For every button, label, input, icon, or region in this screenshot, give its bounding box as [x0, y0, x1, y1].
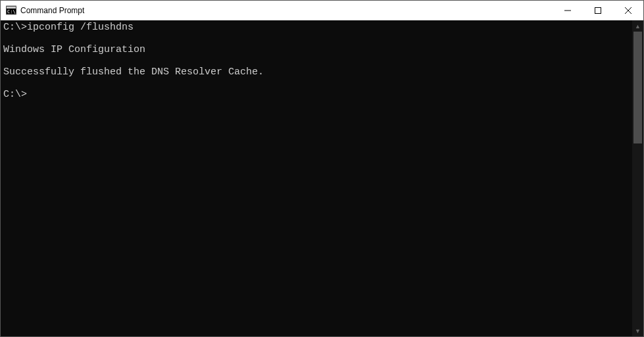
scroll-up-arrow[interactable]: ▲	[632, 20, 643, 32]
terminal-line: Windows IP Configuration	[3, 44, 631, 55]
terminal-line: C:\>ipconfig /flushdns	[3, 22, 631, 33]
command-prompt-window: C:\ Command Prompt C:\>ipconfig /flushdn…	[0, 0, 644, 337]
terminal-line: Successfully flushed the DNS Resolver Ca…	[3, 66, 631, 78]
terminal-line	[3, 33, 631, 44]
close-button[interactable]	[613, 1, 643, 20]
vertical-scrollbar[interactable]: ▲ ▼	[632, 20, 643, 336]
svg-rect-4	[595, 7, 601, 13]
titlebar[interactable]: C:\ Command Prompt	[1, 1, 643, 20]
minimize-button[interactable]	[553, 1, 583, 20]
maximize-button[interactable]	[583, 1, 613, 20]
svg-rect-1	[7, 7, 16, 9]
terminal-line	[3, 78, 631, 89]
scroll-track[interactable]	[632, 32, 643, 325]
scroll-thumb[interactable]	[633, 32, 642, 143]
client-area: C:\>ipconfig /flushdnsWindows IP Configu…	[1, 20, 643, 336]
terminal-output[interactable]: C:\>ipconfig /flushdnsWindows IP Configu…	[1, 20, 632, 336]
window-controls	[553, 1, 643, 20]
window-title: Command Prompt	[20, 6, 553, 15]
terminal-line	[3, 55, 631, 66]
terminal-line: C:\>	[3, 89, 631, 100]
command-prompt-icon: C:\	[6, 5, 16, 16]
svg-text:C:\: C:\	[7, 9, 16, 14]
scroll-down-arrow[interactable]: ▼	[632, 325, 643, 336]
